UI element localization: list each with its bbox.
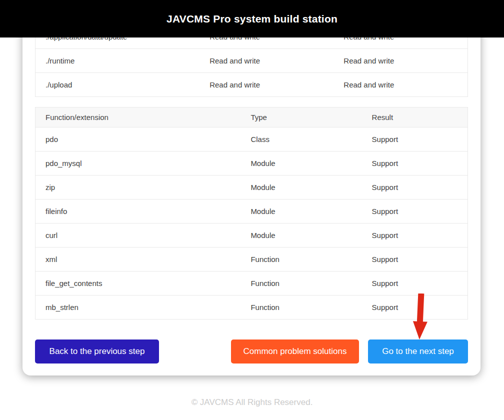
type-cell: Module xyxy=(240,224,362,248)
back-button[interactable]: Back to the previous step xyxy=(35,340,159,364)
table-row: pdo_mysql Module Support xyxy=(36,152,468,176)
page-title: JAVCMS Pro system build station xyxy=(166,13,338,25)
table-row: curl Module Support xyxy=(36,224,468,248)
type-cell: Module xyxy=(240,176,362,200)
result-cell: Support xyxy=(362,296,468,320)
column-header-function: Function/extension xyxy=(36,108,241,128)
table-row: ./upload Read and write Read and write xyxy=(36,73,468,97)
path-cell: ./upload xyxy=(36,73,200,97)
table-row: fileinfo Module Support xyxy=(36,200,468,224)
path-cell: ./runtime xyxy=(36,49,200,73)
extension-cell: file_get_contents xyxy=(36,272,241,296)
extension-cell: curl xyxy=(36,224,241,248)
extension-cell: xml xyxy=(36,248,241,272)
extensions-table: Function/extension Type Result pdo Class… xyxy=(35,107,468,320)
type-cell: Function xyxy=(240,296,362,320)
result-cell: Support xyxy=(362,152,468,176)
type-cell: Module xyxy=(240,200,362,224)
actual-permission-cell: Read and write xyxy=(334,73,468,97)
content-card: ./application/data/update Read and write… xyxy=(22,17,480,376)
column-header-type: Type xyxy=(240,108,362,128)
type-cell: Function xyxy=(240,272,362,296)
extension-cell: fileinfo xyxy=(36,200,241,224)
actual-permission-cell: Read and write xyxy=(334,49,468,73)
page: JAVCMS Pro system build station ./applic… xyxy=(0,0,504,420)
table-row: mb_strlen Function Support xyxy=(36,296,468,320)
type-cell: Function xyxy=(240,248,362,272)
table-row: pdo Class Support xyxy=(36,128,468,152)
table-row: zip Module Support xyxy=(36,176,468,200)
table-header-row: Function/extension Type Result xyxy=(36,108,468,128)
result-cell: Support xyxy=(362,224,468,248)
copyright-text: © JAVCMS All Rights Reserved. xyxy=(192,398,313,407)
result-cell: Support xyxy=(362,128,468,152)
required-permission-cell: Read and write xyxy=(200,49,334,73)
result-cell: Support xyxy=(362,176,468,200)
required-permission-cell: Read and write xyxy=(200,73,334,97)
footer: © JAVCMS All Rights Reserved. xyxy=(0,398,504,408)
common-problems-button[interactable]: Common problem solutions xyxy=(231,340,359,364)
extension-cell: zip xyxy=(36,176,241,200)
extension-cell: pdo_mysql xyxy=(36,152,241,176)
result-cell: Support xyxy=(362,200,468,224)
table-row: file_get_contents Function Support xyxy=(36,272,468,296)
column-header-result: Result xyxy=(362,108,468,128)
type-cell: Class xyxy=(240,128,362,152)
right-actions: Common problem solutions Go to the next … xyxy=(231,340,468,364)
result-cell: Support xyxy=(362,272,468,296)
next-step-button[interactable]: Go to the next step xyxy=(368,340,468,364)
extension-cell: mb_strlen xyxy=(36,296,241,320)
table-row: ./runtime Read and write Read and write xyxy=(36,49,468,73)
type-cell: Module xyxy=(240,152,362,176)
table-row: xml Function Support xyxy=(36,248,468,272)
extension-cell: pdo xyxy=(36,128,241,152)
app-header: JAVCMS Pro system build station xyxy=(0,0,504,38)
result-cell: Support xyxy=(362,248,468,272)
actions-bar: Back to the previous step Common problem… xyxy=(35,340,468,364)
